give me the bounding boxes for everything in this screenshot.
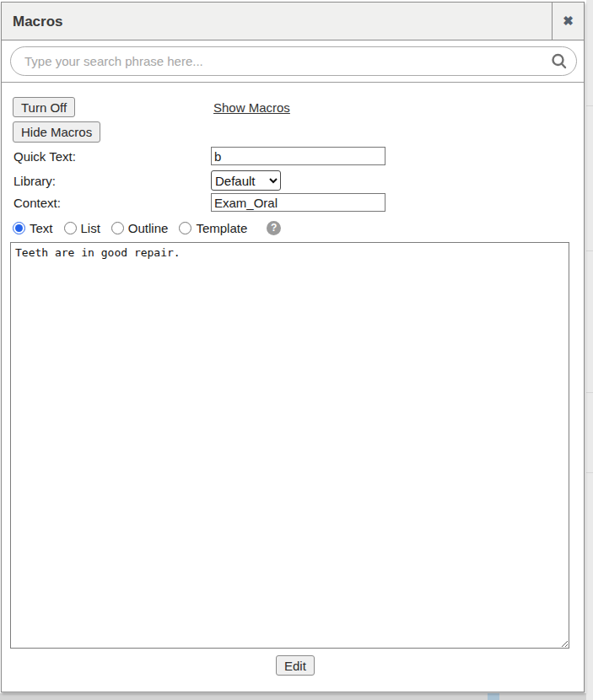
background-divider	[586, 472, 593, 473]
close-button[interactable]: ✖	[552, 3, 584, 40]
background-page-marker	[488, 693, 499, 700]
search-icon-glyph	[550, 52, 569, 71]
hide-macros-button[interactable]: Hide Macros	[13, 121, 100, 143]
background-divider	[586, 392, 593, 393]
context-input[interactable]	[211, 193, 385, 212]
edit-button[interactable]: Edit	[276, 655, 315, 676]
background-page-sliver-right	[586, 0, 593, 700]
radio-list[interactable]	[64, 222, 77, 234]
radio-template-label[interactable]: Template	[196, 221, 247, 235]
radio-outline-label[interactable]: Outline	[128, 221, 169, 235]
search-icon[interactable]	[542, 52, 576, 71]
dialog-title: Macros	[13, 3, 63, 40]
show-macros-link[interactable]: Show Macros	[213, 100, 290, 115]
radio-template[interactable]	[179, 222, 191, 234]
search-section	[2, 40, 584, 83]
search-input[interactable]	[11, 49, 542, 74]
library-select[interactable]: Default	[211, 170, 281, 191]
background-divider	[586, 105, 593, 106]
macro-content-textarea[interactable]: Teeth are in good repair.	[10, 242, 569, 649]
library-label: Library:	[13, 174, 56, 188]
quick-text-input[interactable]	[211, 147, 385, 165]
help-icon[interactable]: ?	[267, 221, 281, 235]
radio-outline[interactable]	[111, 222, 124, 234]
context-label: Context:	[13, 196, 61, 210]
macro-type-radio-group: Text List Outline Template ?	[13, 219, 281, 236]
radio-text-label[interactable]: Text	[30, 221, 53, 235]
quick-text-label: Quick Text:	[13, 149, 76, 164]
dialog-header: Macros ✖	[2, 3, 584, 40]
close-icon: ✖	[563, 13, 574, 29]
macros-dialog: Macros ✖ Turn Off Show Macros Hide Macro…	[1, 2, 585, 692]
radio-list-label[interactable]: List	[81, 221, 100, 235]
turn-off-button[interactable]: Turn Off	[13, 97, 75, 117]
radio-text[interactable]	[13, 222, 25, 234]
background-divider	[586, 250, 593, 251]
search-box	[10, 46, 577, 76]
